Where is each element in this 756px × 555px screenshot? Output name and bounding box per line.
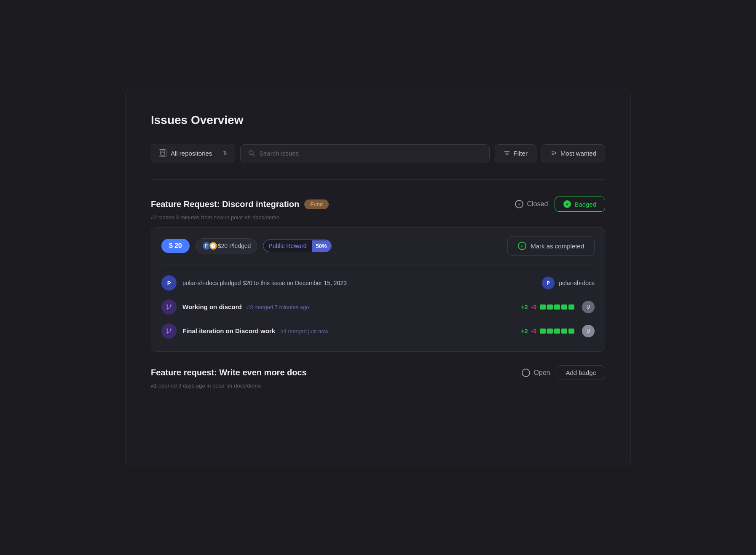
diff-bar-3 (554, 304, 560, 310)
issue-title-2: Feature request: Write even more docs (151, 368, 307, 377)
chevron-down-icon: ⇅ (223, 150, 227, 156)
diff-bars-2 (540, 329, 574, 334)
open-label: Open (533, 369, 550, 377)
closed-icon: ✓ (515, 200, 523, 208)
pledge-activity: P polar-sh-docs pledged $20 to this issu… (161, 264, 595, 343)
pledge-row: $ 20 P 🕐 $20 Pledged Public Rewar (161, 236, 595, 256)
pr-info-1: Working on discord #3 merged 7 minutes a… (182, 303, 309, 311)
page-container: Issues Overview All repositories ⇅ (125, 88, 631, 467)
pr-title-1: Working on discord (182, 303, 242, 310)
pr-stat-rm-1: -0 (531, 304, 536, 310)
diff-bar-7 (547, 329, 553, 334)
diff-bar-9 (561, 329, 567, 334)
activity-right: P polar-sh-docs (542, 277, 595, 289)
page-title: Issues Overview (151, 113, 605, 127)
org-name: polar-sh-docs (559, 280, 595, 286)
svg-line-3 (253, 154, 255, 156)
mark-check-icon: ✓ (518, 242, 526, 250)
pr-icon-2 (161, 323, 177, 339)
diff-bar-6 (540, 329, 546, 334)
search-input[interactable] (259, 150, 482, 157)
issue-header-2: Feature request: Write even more docs Op… (151, 365, 605, 380)
amount-badge: $ 20 (161, 239, 190, 253)
dollar-sign: $ (169, 242, 173, 250)
pr-avatar-1: U (582, 301, 595, 313)
pr-info-2: Final iteration on Discord work #4 merge… (182, 327, 328, 335)
badged-check-icon: ✓ (563, 200, 571, 208)
filter-button[interactable]: Filter (495, 144, 536, 162)
pledge-left: $ 20 P 🕐 $20 Pledged Public Rewar (161, 238, 332, 253)
pr-stat-add-1: +2 (521, 304, 528, 310)
diff-bar-10 (568, 329, 574, 334)
issue-title-row-1: Feature Request: Discord integration Fun… (151, 199, 329, 209)
diff-bar-4 (561, 304, 567, 310)
issue-status-row-1: ✓ Closed ✓ Badged (515, 197, 605, 212)
issue-header-1: Feature Request: Discord integration Fun… (151, 197, 605, 212)
svg-point-15 (170, 329, 172, 330)
org-avatar-right: P (542, 277, 555, 289)
closed-label: Closed (527, 200, 548, 208)
public-reward-label: Public Reward (263, 240, 311, 252)
diff-bar-2 (547, 304, 553, 310)
fund-badge: Fund (304, 199, 329, 209)
repo-icon (159, 149, 166, 157)
public-reward-badge: Public Reward 50% (263, 240, 331, 252)
status-closed: ✓ Closed (515, 200, 548, 208)
badged-label: Badged (574, 201, 596, 208)
diff-bars-1 (540, 304, 574, 310)
badged-button[interactable]: ✓ Badged (555, 197, 605, 212)
issue-meta-2: #1 opened 3 days ago in polar-sh-docs/de… (151, 383, 605, 389)
repo-select[interactable]: All repositories ⇅ (151, 144, 235, 162)
issue-status-row-2: Open Add badge (522, 365, 605, 380)
svg-point-14 (166, 329, 168, 330)
pr-stat-rm-2: -0 (531, 328, 536, 334)
repo-select-label: All repositories (171, 150, 212, 157)
pr-stats-2: +2 -0 U (521, 325, 595, 337)
sort-label: Most wanted (560, 150, 596, 157)
status-open: Open (522, 369, 550, 377)
svg-point-11 (170, 304, 172, 306)
activity-left: P polar-sh-docs pledged $20 to this issu… (161, 275, 347, 291)
pr-row-1: Working on discord #3 merged 7 minutes a… (161, 295, 595, 319)
pledged-label: $20 Pledged (218, 242, 251, 249)
sort-button[interactable]: Most wanted (542, 144, 605, 162)
pr-stats-1: +2 -0 U (521, 301, 595, 313)
pr-stat-add-2: +2 (521, 328, 528, 334)
add-badge-button[interactable]: Add badge (557, 365, 605, 380)
org-pledge-text: polar-sh-docs pledged $20 to this issue … (182, 280, 347, 286)
pr-meta-2: #4 merged just now (280, 328, 328, 334)
org-avatar-left: P (161, 275, 177, 291)
mark-completed-label: Mark as completed (531, 242, 584, 250)
sort-icon (550, 150, 557, 156)
svg-point-10 (166, 304, 168, 306)
filter-label: Filter (514, 150, 528, 157)
pr-row-2: Final iteration on Discord work #4 merge… (161, 319, 595, 343)
issue-detail-card-1: $ 20 P 🕐 $20 Pledged Public Rewar (151, 227, 605, 352)
pr-icon-1 (161, 299, 177, 315)
pledged-avatars: P 🕐 (202, 241, 215, 251)
pr-avatar-2: U (582, 325, 595, 337)
search-bar[interactable] (240, 144, 490, 162)
pr-meta-1: #3 merged 7 minutes ago (247, 304, 309, 310)
open-icon (522, 369, 530, 377)
pledged-avatar-clock: 🕐 (209, 241, 218, 251)
diff-bar-1 (540, 304, 546, 310)
issue-title-1: Feature Request: Discord integration (151, 199, 299, 209)
pledged-pill: P 🕐 $20 Pledged (196, 238, 257, 253)
search-icon (248, 150, 255, 156)
org-pledge-row: P polar-sh-docs pledged $20 to this issu… (161, 271, 595, 295)
divider (151, 179, 605, 180)
pr-title-2: Final iteration on Discord work (182, 327, 275, 334)
issue-meta-1: #2 closed 3 minutes from now in polar-sh… (151, 214, 605, 221)
amount-value: 20 (174, 242, 182, 250)
issue-card-1: Feature Request: Discord integration Fun… (151, 197, 605, 352)
svg-rect-0 (161, 151, 165, 155)
filter-icon (504, 150, 510, 156)
diff-bar-8 (554, 329, 560, 334)
public-reward-pct: 50% (312, 240, 331, 252)
mark-completed-button[interactable]: ✓ Mark as completed (507, 236, 595, 256)
add-badge-label: Add badge (566, 369, 596, 376)
toolbar: All repositories ⇅ Filter (151, 144, 605, 162)
issue-card-2: Feature request: Write even more docs Op… (151, 365, 605, 389)
diff-bar-5 (568, 304, 574, 310)
